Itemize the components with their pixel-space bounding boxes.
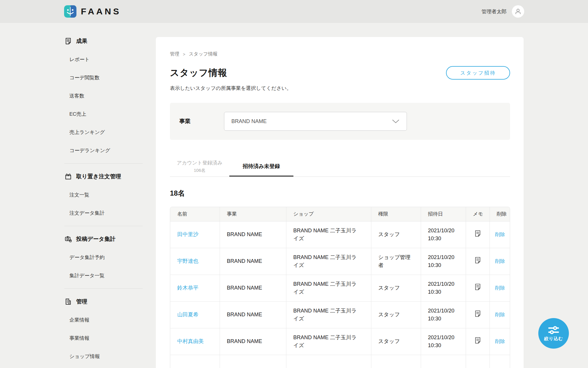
breadcrumb-management[interactable]: 管理 xyxy=(170,51,179,57)
table-row-partial xyxy=(170,355,510,368)
sidebar-item[interactable]: 注文データ集計 xyxy=(64,204,143,222)
table-header-row: 名前 事業 ショップ 権限 招待日 メモ 削除 xyxy=(170,207,510,221)
sidebar-item[interactable]: EC売上 xyxy=(64,105,143,123)
delete-link[interactable]: 削除 xyxy=(495,339,505,344)
shop-cell: BRAND NAME 二子玉川ライズ xyxy=(286,275,371,301)
business-cell: BRAND NAME xyxy=(220,248,286,275)
breadcrumb-current: スタッフ情報 xyxy=(189,51,218,57)
business-cell: BRAND NAME xyxy=(220,275,286,301)
sidebar-item[interactable]: 企業情報 xyxy=(64,311,143,329)
sidebar-item[interactable]: コーデランキング xyxy=(64,141,143,159)
staff-name-link[interactable]: 田中里沙 xyxy=(177,231,198,237)
role-cell: スタッフ xyxy=(371,301,421,328)
table-row: 中村真由美 BRAND NAME BRAND NAME 二子玉川ライズ スタッフ… xyxy=(170,328,510,355)
camera-data-icon xyxy=(64,235,72,243)
delete-link[interactable]: 削除 xyxy=(495,258,505,264)
role-cell: スタッフ xyxy=(371,328,421,355)
filter-fab-button[interactable]: 絞り込む xyxy=(538,318,569,349)
sidebar-item[interactable]: ショップ情報 xyxy=(64,347,143,365)
business-cell: BRAND NAME xyxy=(220,301,286,328)
package-icon xyxy=(64,173,72,180)
sidebar-divider xyxy=(64,226,143,226)
table-row: 田中里沙 BRAND NAME BRAND NAME 二子玉川ライズ スタッフ … xyxy=(170,221,510,248)
staff-name-link[interactable]: 中村真由美 xyxy=(177,338,204,344)
col-business: 事業 xyxy=(220,207,286,221)
shop-cell: BRAND NAME 二子玉川ライズ xyxy=(286,301,371,328)
col-invited-date: 招待日 xyxy=(421,207,466,221)
memo-icon[interactable] xyxy=(474,256,482,264)
col-shop: ショップ xyxy=(286,207,371,221)
table-row: 鈴木恭平 BRAND NAME BRAND NAME 二子玉川ライズ スタッフ … xyxy=(170,275,510,301)
business-filter-panel: 事業 BRAND NAME xyxy=(170,103,510,140)
delete-link[interactable]: 削除 xyxy=(495,285,505,291)
tab-account-registered[interactable]: アカウント登録済み 106名 xyxy=(170,156,229,177)
sidebar-divider xyxy=(64,163,143,164)
person-icon xyxy=(514,8,522,15)
invited-date-cell: 2021/10/20 10:30 xyxy=(421,301,466,328)
breadcrumb-separator: > xyxy=(183,52,185,57)
sidebar-item[interactable]: データ集計予約 xyxy=(64,248,143,266)
role-cell: スタッフ xyxy=(371,221,421,248)
filter-fab-label: 絞り込む xyxy=(544,336,563,342)
staff-name-link[interactable]: 宇野達也 xyxy=(177,258,198,264)
chevron-down-icon xyxy=(392,119,400,123)
sidebar-item[interactable]: 注文一覧 xyxy=(64,186,143,204)
table-row: 山田夏希 BRAND NAME BRAND NAME 二子玉川ライズ スタッフ … xyxy=(170,301,510,328)
registered-count: 106名 xyxy=(194,168,206,173)
sliders-icon xyxy=(547,325,560,335)
app-header: FAANS 管理者太郎 xyxy=(0,0,588,23)
logo-link[interactable]: FAANS xyxy=(64,5,121,18)
page-subtitle: 表示したいスタッフの所属事業を選択してください。 xyxy=(170,85,510,92)
col-memo: メモ xyxy=(466,207,490,221)
invited-date-cell: 2021/10/20 10:30 xyxy=(421,275,466,301)
staff-table: 名前 事業 ショップ 権限 招待日 メモ 削除 田中里沙 BRAND NAME … xyxy=(170,207,510,368)
sidebar-item[interactable]: 送客数 xyxy=(64,87,143,105)
col-delete: 削除 xyxy=(490,207,510,221)
sidebar-section-results: 成果 xyxy=(64,32,143,50)
sidebar-item[interactable]: 集計データ一覧 xyxy=(64,266,143,285)
staff-count: 18名 xyxy=(170,189,510,198)
shop-cell: BRAND NAME 二子玉川ライズ xyxy=(286,248,371,275)
invited-date-cell: 2021/10/20 10:30 xyxy=(421,248,466,275)
sidebar-item[interactable]: コーデ閲覧数 xyxy=(64,68,143,87)
delete-link[interactable]: 削除 xyxy=(495,312,505,317)
sidebar-item[interactable]: 売上ランキング xyxy=(64,123,143,141)
sidebar-divider xyxy=(64,288,143,289)
business-label: 事業 xyxy=(179,117,224,125)
staff-invite-button[interactable]: スタッフ招待 xyxy=(446,66,510,80)
table-row: 宇野達也 BRAND NAME BRAND NAME 二子玉川ライズ ショップ管… xyxy=(170,248,510,275)
memo-icon[interactable] xyxy=(474,230,482,237)
staff-name-link[interactable]: 鈴木恭平 xyxy=(177,285,198,291)
shop-cell: BRAND NAME 二子玉川ライズ xyxy=(286,328,371,355)
business-cell: BRAND NAME xyxy=(220,221,286,248)
sidebar-section-management: 管理 xyxy=(64,293,143,311)
sidebar-section-orders: 取り置き注文管理 xyxy=(64,167,143,186)
role-cell: スタッフ xyxy=(371,275,421,301)
business-select[interactable]: BRAND NAME xyxy=(224,112,407,131)
sidebar-section-post-data: 投稿データ集計 xyxy=(64,230,143,248)
invited-date-cell: 2021/10/20 10:30 xyxy=(421,221,466,248)
col-name: 名前 xyxy=(170,207,220,221)
business-cell: BRAND NAME xyxy=(220,328,286,355)
invited-date-cell: 2021/10/20 10:30 xyxy=(421,328,466,355)
user-name: 管理者太郎 xyxy=(482,8,507,15)
tab-invited-unregistered[interactable]: 招待済み未登録 xyxy=(229,156,293,177)
staff-name-link[interactable]: 山田夏希 xyxy=(177,312,198,317)
delete-link[interactable]: 削除 xyxy=(495,232,505,237)
memo-icon[interactable] xyxy=(474,337,482,344)
memo-icon[interactable] xyxy=(474,283,482,291)
report-icon xyxy=(64,37,72,45)
staff-tabs: アカウント登録済み 106名 招待済み未登録 xyxy=(170,156,510,177)
user-avatar[interactable] xyxy=(512,5,524,18)
faans-logo-icon xyxy=(64,5,76,18)
sidebar-item[interactable]: 事業情報 xyxy=(64,329,143,347)
sidebar-item[interactable]: レポート xyxy=(64,50,143,68)
main-card: 管理 > スタッフ情報 スタッフ情報 スタッフ招待 表示したいスタッフの所属事業… xyxy=(156,37,524,368)
shop-cell: BRAND NAME 二子玉川ライズ xyxy=(286,221,371,248)
memo-icon[interactable] xyxy=(474,310,482,317)
sidebar: 成果 レポートコーデ閲覧数送客数EC売上売上ランキングコーデランキング 取り置き… xyxy=(0,23,156,368)
col-role: 権限 xyxy=(371,207,421,221)
business-select-value: BRAND NAME xyxy=(231,118,267,125)
breadcrumb: 管理 > スタッフ情報 xyxy=(170,51,510,57)
building-icon xyxy=(64,298,72,305)
